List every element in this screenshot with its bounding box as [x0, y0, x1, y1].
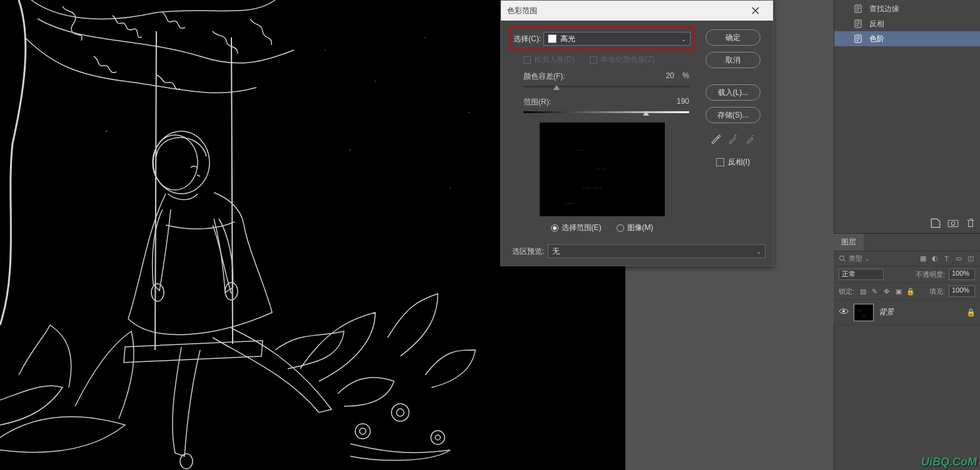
tab-layers[interactable]: 图层 [834, 234, 864, 251]
document-icon [853, 34, 863, 44]
filter-type-icon[interactable]: T [942, 254, 951, 263]
save-button[interactable]: 存储(S)... [705, 107, 760, 123]
history-toolbar [930, 218, 976, 229]
selection-preview-value: 无 [552, 246, 560, 257]
dialog-titlebar[interactable]: 色彩范围 [501, 1, 773, 21]
range-value[interactable]: 190 [655, 97, 689, 108]
search-icon [839, 255, 846, 262]
svg-point-4 [180, 454, 193, 469]
svg-point-14 [468, 112, 470, 113]
panel-tabs: 图层 [834, 234, 980, 251]
range-label: 范围(R): [523, 97, 551, 108]
filter-adjust-icon[interactable]: ◐ [930, 254, 939, 263]
selection-preview: · · · · · · · · ·· · · ·· · · ·· ·· [540, 122, 665, 216]
trash-icon[interactable] [965, 218, 976, 229]
dialog-title: 色彩范围 [507, 6, 743, 16]
lock-artboard-icon[interactable]: ▣ [894, 287, 903, 296]
layer-row-background[interactable]: ·.· ·:· 背景 🔒 [834, 300, 980, 325]
invert-checkbox[interactable]: 反相(I) [716, 157, 750, 168]
opacity-input[interactable]: 100% [949, 269, 975, 280]
document-icon [853, 19, 863, 29]
lock-icon: 🔒 [966, 308, 975, 317]
svg-point-22 [951, 222, 955, 226]
svg-point-11 [325, 49, 326, 51]
blend-mode-row: 正常 不透明度: 100% [834, 266, 980, 283]
eyedropper-toolbar [710, 133, 756, 144]
svg-point-8 [397, 409, 404, 416]
layer-thumbnail: ·.· ·:· [854, 304, 874, 321]
detect-faces-checkbox: 检测人脸(D) [523, 54, 575, 65]
svg-point-23 [840, 256, 844, 260]
select-dropdown[interactable]: 高光 ⌄ [543, 32, 690, 46]
eyedropper-icon[interactable] [710, 133, 721, 144]
range-row: 范围(R): 190 [512, 97, 692, 116]
fuzziness-row: 颜色容差(F): 20 % [512, 71, 692, 91]
localized-checkbox: 本地化颜色簇(Z) [590, 54, 655, 65]
history-item-label: 色阶 [869, 34, 884, 44]
svg-point-16 [450, 187, 451, 188]
highlight-swatch-icon [548, 34, 557, 43]
selection-preview-dropdown[interactable]: 无 ⌄ [548, 244, 765, 258]
layers-panel: 图层 类型 ⌄ ▦ ◐ T ▭ ◫ 正常 不透明度: 100% 锁定: ▨ ✎ … [834, 233, 980, 325]
fuzziness-slider[interactable] [523, 83, 689, 91]
lock-transparency-icon[interactable]: ▨ [858, 287, 867, 296]
color-range-dialog: 色彩范围 选择(C): 高光 ⌄ 检测人脸(D) 本地化颜色簇(Z) 颜色容差(… [500, 0, 774, 266]
svg-point-1 [153, 135, 198, 190]
selection-preview-row: 选区预览: 无 ⌄ [501, 244, 773, 266]
svg-point-2 [151, 284, 164, 301]
radio-image[interactable]: 图像(M) [617, 222, 654, 233]
svg-point-13 [425, 37, 426, 38]
svg-point-15 [350, 149, 351, 151]
filter-shape-icon[interactable]: ▭ [954, 254, 963, 263]
svg-point-9 [431, 431, 445, 444]
lock-move-icon[interactable]: ✥ [882, 287, 891, 296]
radio-selection[interactable]: 选择范围(E) [551, 222, 602, 233]
ok-button[interactable]: 确定 [705, 29, 760, 46]
svg-rect-21 [948, 221, 958, 227]
eyedropper-minus-icon [745, 133, 756, 144]
eyedropper-plus-icon [727, 133, 739, 144]
history-item-find-edges[interactable]: 查找边缘 [834, 1, 980, 16]
svg-point-12 [375, 81, 376, 82]
fuzziness-unit: % [682, 71, 689, 80]
fill-input[interactable]: 100% [949, 286, 975, 297]
fuzziness-label: 颜色容差(F): [523, 71, 565, 82]
close-icon [752, 7, 759, 14]
cancel-button[interactable]: 取消 [705, 52, 760, 68]
create-document-icon[interactable] [930, 218, 941, 229]
blend-mode-dropdown[interactable]: 正常 [839, 269, 884, 280]
svg-point-6 [360, 428, 366, 434]
lock-row: 锁定: ▨ ✎ ✥ ▣ 🔒 填充: 100% [834, 283, 980, 300]
history-item-levels[interactable]: 色阶 [834, 31, 980, 46]
history-item-invert[interactable]: 反相 [834, 16, 980, 31]
chevron-down-icon: ⌄ [865, 256, 870, 262]
history-item-label: 反相 [869, 19, 884, 29]
range-slider[interactable] [523, 109, 689, 116]
lock-label: 锁定: [839, 287, 854, 296]
layer-name[interactable]: 背景 [879, 307, 961, 318]
load-button[interactable]: 载入(L)... [705, 84, 760, 101]
lock-all-icon[interactable]: 🔒 [906, 287, 915, 296]
opacity-label: 不透明度: [916, 270, 945, 279]
history-panel: 查找边缘 反相 色阶 [834, 0, 980, 48]
select-mode-row: 选择(C): 高光 ⌄ [510, 27, 694, 51]
svg-point-10 [435, 435, 440, 440]
detect-options-row: 检测人脸(D) 本地化颜色簇(Z) [512, 54, 692, 65]
snapshot-icon[interactable] [947, 218, 959, 229]
svg-point-7 [391, 404, 409, 421]
fuzziness-value[interactable]: 20 [666, 71, 674, 80]
select-value: 高光 [560, 34, 677, 44]
history-item-label: 查找边缘 [869, 4, 899, 14]
visibility-icon[interactable] [839, 306, 849, 318]
svg-point-24 [842, 310, 845, 312]
lock-paint-icon[interactable]: ✎ [870, 287, 879, 296]
dialog-close-button[interactable] [743, 1, 768, 21]
filter-type-dropdown[interactable]: 类型 [849, 254, 862, 263]
chevron-down-icon: ⌄ [681, 36, 686, 42]
selection-preview-label: 选区预览: [512, 246, 544, 257]
select-label: 选择(C): [513, 34, 541, 44]
filter-pixel-icon[interactable]: ▦ [918, 254, 927, 263]
svg-point-17 [106, 131, 108, 132]
chevron-down-icon: ⌄ [756, 248, 761, 255]
filter-smart-icon[interactable]: ◫ [966, 254, 975, 263]
